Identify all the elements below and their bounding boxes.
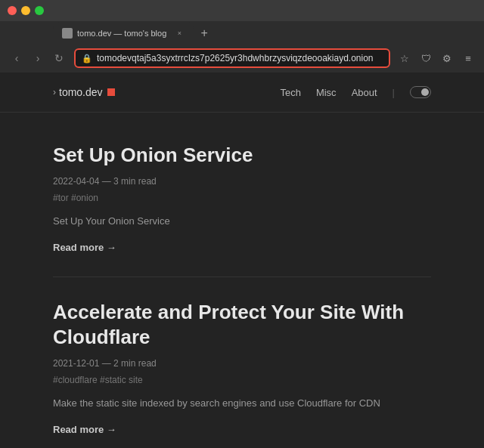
extensions-icon[interactable]: ⚙ — [439, 50, 455, 66]
site-header: › tomo.dev Tech Misc About | — [0, 73, 484, 113]
site-logo[interactable]: › tomo.dev — [53, 86, 115, 98]
post-item: Set Up Onion Service 2022-04-04 — 3 min … — [53, 143, 431, 277]
nav-tech[interactable]: Tech — [280, 87, 300, 98]
post-tags: #cloudflare #static site — [53, 375, 431, 385]
read-more-link[interactable]: Read more → — [53, 242, 116, 253]
bookmark-icon[interactable]: ☆ — [396, 50, 413, 66]
forward-button[interactable]: › — [29, 49, 47, 67]
nav-misc[interactable]: Misc — [316, 87, 337, 98]
nav-buttons: ‹ › ↻ — [8, 49, 68, 67]
post-meta: 2022-04-04 — 3 min read — [53, 176, 431, 187]
menu-icon[interactable]: ≡ — [460, 50, 476, 66]
site-nav: Tech Misc About | — [280, 86, 431, 98]
read-more-link[interactable]: Read more → — [53, 424, 116, 435]
main-content: Set Up Onion Service 2022-04-04 — 3 min … — [0, 113, 484, 448]
browser-chrome: tomo.dev — tomo's blog × + ‹ › ↻ 🔒 tomod… — [0, 0, 484, 73]
tab-close-button[interactable]: × — [174, 28, 185, 39]
nav-divider: | — [392, 87, 395, 98]
post-tags: #tor #onion — [53, 193, 431, 203]
back-button[interactable]: ‹ — [8, 49, 26, 67]
address-bar[interactable]: 🔒 tomodevqtaj5a3syxtrrcIzs7p2625yr3hdwhb… — [74, 48, 390, 68]
post-title: Accelerate and Protect Your Site With Cl… — [53, 300, 431, 351]
title-bar — [0, 0, 484, 21]
post-title: Set Up Onion Service — [53, 143, 431, 168]
post-excerpt: Set Up Your Onion Service — [53, 214, 431, 230]
lock-icon: 🔒 — [82, 54, 92, 63]
tab-favicon — [62, 28, 73, 39]
page-content: › tomo.dev Tech Misc About | Set Up Onio… — [0, 73, 484, 448]
new-tab-button[interactable]: + — [194, 23, 215, 44]
nav-about[interactable]: About — [352, 87, 377, 98]
tab-label: tomo.dev — tomo's blog — [77, 29, 166, 38]
maximize-button[interactable] — [35, 6, 44, 15]
close-button[interactable] — [8, 6, 17, 15]
active-tab[interactable]: tomo.dev — tomo's blog × — [53, 23, 194, 44]
shield-icon[interactable]: 🛡 — [417, 50, 434, 66]
reload-button[interactable]: ↻ — [50, 49, 68, 67]
minimize-button[interactable] — [21, 6, 30, 15]
post-item: Accelerate and Protect Your Site With Cl… — [53, 300, 431, 448]
logo-chevron-icon: › — [53, 87, 56, 97]
theme-toggle-knob — [421, 88, 429, 96]
post-meta: 2021-12-01 — 2 min read — [53, 358, 431, 369]
theme-toggle[interactable] — [410, 86, 431, 98]
logo-text: tomo.dev — [59, 86, 103, 98]
url-text: tomodevqtaj5a3syxtrrcIzs7p2625yr3hdwhbrz… — [97, 53, 383, 63]
post-excerpt: Make the static site indexed by search e… — [53, 396, 431, 412]
tab-bar: tomo.dev — tomo's blog × + — [0, 21, 484, 45]
address-bar-row: ‹ › ↻ 🔒 tomodevqtaj5a3syxtrrcIzs7p2625yr… — [0, 45, 484, 73]
toolbar-right: ☆ 🛡 ⚙ ≡ — [396, 50, 476, 66]
logo-accent — [107, 88, 115, 96]
